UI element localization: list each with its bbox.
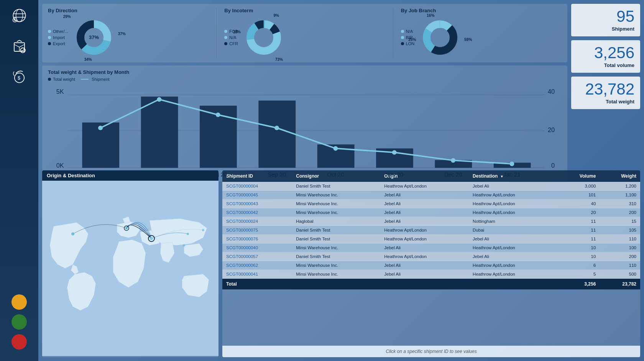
- by-incoterm-donut: 9% 18% 73%: [243, 16, 285, 59]
- cell-volume: 11: [557, 235, 600, 243]
- cell-consignor: Daniel Smith Test: [292, 235, 380, 243]
- weight-kpi: 23,782 Total weight: [571, 77, 640, 109]
- by-incoterm-container: FOB N/A CFR: [224, 16, 385, 59]
- cell-consignor: Haglobal: [292, 217, 380, 226]
- cell-shipment-id[interactable]: SCGT00000042: [222, 208, 292, 217]
- cell-origin: Jebel Ali: [380, 261, 469, 270]
- pct-59: 59%: [464, 38, 472, 42]
- lon-label: LON: [406, 41, 415, 46]
- cell-destination: Heathrow Apt/London: [469, 199, 557, 208]
- cell-destination: Nottingham: [469, 217, 557, 226]
- table-row[interactable]: SCGT00000076 Daniel Smith Test Heathrow …: [222, 235, 640, 243]
- table-row[interactable]: SCGT00000040 Minsi Warehouse Inc. Jebel …: [222, 243, 640, 252]
- cell-consignor: Daniel Smith Test: [292, 252, 380, 261]
- cell-consignor: Minsi Warehouse Inc.: [292, 199, 380, 208]
- cell-weight: 15: [600, 217, 640, 226]
- table-footer: Total 3,256 23,782: [222, 279, 640, 290]
- cell-shipment-id[interactable]: SCGT00000057: [222, 252, 292, 261]
- col-volume[interactable]: Volume: [557, 170, 600, 182]
- cell-consignor: Daniel Smith Test: [292, 226, 380, 235]
- na-dot: [224, 36, 227, 39]
- shipment-value: 95: [616, 8, 634, 25]
- svg-point-46: [451, 158, 455, 163]
- svg-text:5K: 5K: [56, 88, 64, 95]
- other-legend: Other/...: [48, 29, 68, 34]
- green-dot[interactable]: [12, 314, 27, 330]
- lon-legend: LON: [401, 41, 415, 46]
- svg-text:Dec 20: Dec 20: [444, 172, 462, 178]
- table-row[interactable]: SCGT00000024 Haglobal Jebel Ali Nottingh…: [222, 217, 640, 226]
- total-weight-dot: [48, 78, 51, 81]
- svg-text:0: 0: [551, 162, 555, 169]
- data-table: Shipment ID Consignor Origin Destination: [222, 170, 640, 289]
- cell-shipment-id[interactable]: SCGT00000004: [222, 182, 292, 191]
- lon-dot: [401, 42, 404, 45]
- cell-consignor: Minsi Warehouse Inc.: [292, 191, 380, 199]
- map-title: Origin & Destination: [42, 170, 219, 181]
- cell-consignor: Minsi Warehouse Inc.: [292, 208, 380, 217]
- table-row[interactable]: SCGT00000041 Minsi Warehouse Inc. Jebel …: [222, 270, 640, 279]
- red-dot[interactable]: [12, 334, 27, 350]
- weight-value: 23,782: [585, 81, 634, 97]
- by-job-branch-container: N/A BIR LON: [401, 16, 562, 59]
- weight-label: Total weight: [606, 99, 634, 105]
- cell-shipment-id[interactable]: SCGT00000076: [222, 235, 292, 243]
- pct-18: 18%: [233, 30, 241, 34]
- na-branch-legend: N/A: [401, 29, 415, 34]
- cell-volume: 101: [557, 191, 600, 199]
- cell-shipment-id[interactable]: SCGT00000045: [222, 191, 292, 199]
- cell-shipment-id[interactable]: SCGT00000062: [222, 261, 292, 270]
- cfr-dot: [224, 42, 227, 45]
- table-row[interactable]: SCGT00000042 Minsi Warehouse Inc. Jebel …: [222, 208, 640, 217]
- svg-text:20: 20: [548, 126, 555, 133]
- cell-destination: Heathrow Apt/London: [469, 270, 557, 279]
- pct-16: 16%: [427, 13, 434, 18]
- cell-destination: Jebel Ali: [469, 235, 557, 243]
- by-direction-donut: 37% 29% 37% 34%: [73, 16, 115, 59]
- cell-destination: Dubai: [469, 226, 557, 235]
- orange-dot[interactable]: [12, 294, 27, 310]
- package-icon[interactable]: [8, 34, 31, 57]
- cell-weight: 110: [600, 235, 640, 243]
- cell-destination: Heathrow Apt/London: [469, 243, 557, 252]
- table-row[interactable]: SCGT00000043 Minsi Warehouse Inc. Jebel …: [222, 199, 640, 208]
- cell-shipment-id[interactable]: SCGT00000040: [222, 243, 292, 252]
- table-row[interactable]: SCGT00000004 Daniel Smith Test Heathrow …: [222, 182, 640, 191]
- cell-weight: 500: [600, 270, 640, 279]
- cell-volume: 11: [557, 217, 600, 226]
- payment-icon[interactable]: $: [8, 65, 31, 88]
- na-branch-dot: [401, 30, 404, 33]
- cell-shipment-id[interactable]: SCGT00000024: [222, 217, 292, 226]
- table-body: SCGT00000004 Daniel Smith Test Heathrow …: [222, 182, 640, 279]
- cell-consignor: Minsi Warehouse Inc.: [292, 243, 380, 252]
- svg-text:Nov 20: Nov 20: [385, 172, 403, 178]
- table-row[interactable]: SCGT00000075 Daniel Smith Test Heathrow …: [222, 226, 640, 235]
- other-dot: [48, 30, 51, 33]
- cell-origin: Jebel Ali: [380, 217, 469, 226]
- cell-shipment-id[interactable]: SCGT00000043: [222, 199, 292, 208]
- cell-shipment-id[interactable]: SCGT00000041: [222, 270, 292, 279]
- cell-origin: Heathrow Apt/London: [380, 235, 469, 243]
- table-row[interactable]: SCGT00000062 Minsi Warehouse Inc. Jebel …: [222, 261, 640, 270]
- table-row[interactable]: SCGT00000045 Minsi Warehouse Inc. Jebel …: [222, 191, 640, 199]
- table-scroll-area[interactable]: Shipment ID Consignor Origin Destination: [222, 170, 640, 346]
- pct-34: 34%: [84, 57, 92, 62]
- col-weight[interactable]: Weight: [600, 170, 640, 182]
- cell-shipment-id[interactable]: SCGT00000075: [222, 226, 292, 235]
- fob-dot: [224, 30, 227, 33]
- cell-weight: 105: [600, 226, 640, 235]
- cell-origin: Heathrow Apt/London: [380, 182, 469, 191]
- by-incoterm-title: By Incoterm: [224, 8, 385, 13]
- shipment-label: Shipment: [612, 26, 634, 32]
- sidebar-bottom: [12, 294, 27, 357]
- shipment-line: [81, 79, 89, 80]
- shipment-legend: Shipment: [81, 77, 109, 82]
- table-row[interactable]: SCGT00000057 Daniel Smith Test Heathrow …: [222, 252, 640, 261]
- svg-rect-33: [141, 96, 178, 168]
- globe-icon[interactable]: [8, 4, 31, 27]
- content-wrapper: By Direction Other/... Import: [38, 0, 644, 361]
- by-job-branch-title: By Job Branch: [401, 8, 562, 13]
- by-direction-chart: By Direction Other/... Import: [48, 8, 209, 59]
- cell-origin: Jebel Ali: [380, 191, 469, 199]
- svg-text:37%: 37%: [89, 34, 99, 40]
